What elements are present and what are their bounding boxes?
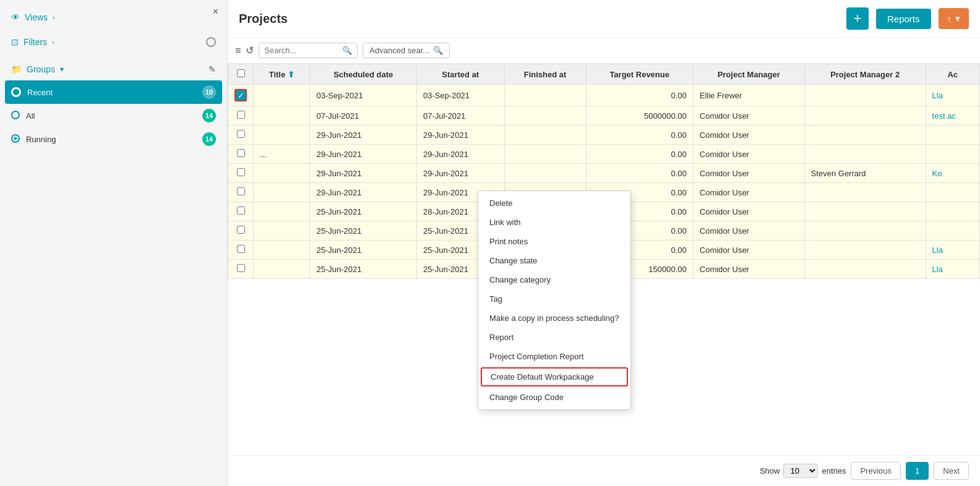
entries-select[interactable]: 10 25 50 100 bbox=[783, 464, 818, 478]
menu-item-delete[interactable]: Delete bbox=[478, 194, 630, 213]
row-cell-ac[interactable]: Lla bbox=[926, 260, 979, 279]
groups-edit-icon[interactable]: ✎ bbox=[208, 64, 216, 74]
menu-item-report[interactable]: Report bbox=[478, 328, 630, 347]
eye-icon: 👁 bbox=[11, 12, 20, 22]
filter-icon: ⊡ bbox=[11, 37, 19, 47]
row-checkbox[interactable] bbox=[237, 168, 245, 176]
group-badge-running: 14 bbox=[202, 132, 216, 146]
toolbar: ≡ ↺ 🔍 Advanced sear... 🔍 bbox=[228, 38, 980, 64]
advanced-search-text: Advanced sear... bbox=[369, 46, 429, 55]
row-checkbox-cell: ✓ bbox=[228, 85, 254, 106]
row-cell-pm2 bbox=[804, 260, 926, 279]
table-row: 29-Jun-202129-Jun-20210.00Comidor UserSt… bbox=[228, 164, 980, 183]
row-cell-scheduled: 03-Sep-2021 bbox=[310, 85, 416, 106]
table-row: 07-Jul-202107-Jul-20215000000.00Comidor … bbox=[228, 106, 980, 126]
select-all-cell[interactable] bbox=[228, 64, 254, 85]
groups-dropdown-icon[interactable]: ▾ bbox=[60, 65, 64, 74]
row-cell-pm: Comidor User bbox=[693, 260, 804, 279]
row-cell-pm: Ellie Frewer bbox=[693, 85, 804, 106]
previous-button[interactable]: Previous bbox=[851, 462, 901, 480]
menu-item-change-category[interactable]: Change category bbox=[478, 270, 630, 289]
col-pm2[interactable]: Project Manager 2 bbox=[804, 64, 926, 85]
row-cell-title bbox=[254, 221, 310, 241]
groups-label: Groups bbox=[27, 64, 55, 74]
advanced-search-box[interactable]: Advanced sear... 🔍 bbox=[363, 43, 450, 58]
entries-label: entries bbox=[822, 466, 846, 475]
search-box[interactable]: 🔍 bbox=[259, 43, 358, 58]
menu-item-make-copy[interactable]: Make a copy in process scheduling? bbox=[478, 309, 630, 328]
group-label-all: All bbox=[26, 111, 35, 121]
col-title[interactable]: Title ⬆ bbox=[254, 64, 310, 85]
row-checkbox-checked[interactable]: ✓ bbox=[234, 89, 247, 101]
menu-item-change-state[interactable]: Change state bbox=[478, 251, 630, 270]
menu-item-link-with[interactable]: Link with bbox=[478, 213, 630, 232]
row-checkbox[interactable] bbox=[237, 111, 245, 119]
group-item-running[interactable]: Running 14 bbox=[0, 127, 227, 151]
menu-icon[interactable]: ≡ bbox=[235, 45, 241, 56]
menu-item-project-completion-report[interactable]: Project Completion Report bbox=[478, 347, 630, 366]
row-cell-title bbox=[254, 126, 310, 145]
row-checkbox-cell bbox=[228, 126, 254, 145]
row-cell-finished bbox=[504, 106, 586, 126]
group-label-running: Running bbox=[26, 135, 56, 144]
main-panel: Projects + Reports ↑ ▾ ≡ ↺ 🔍 Advanced se… bbox=[228, 0, 980, 486]
row-checkbox[interactable] bbox=[237, 245, 245, 253]
row-cell-finished bbox=[504, 126, 586, 145]
col-started[interactable]: Started at bbox=[416, 64, 504, 85]
row-checkbox[interactable] bbox=[237, 207, 245, 215]
row-cell-ac[interactable]: Lla bbox=[926, 241, 979, 260]
close-button[interactable]: × bbox=[213, 6, 218, 17]
group-item-recent[interactable]: Recent 10 bbox=[5, 80, 222, 104]
folder-icon: 📁 bbox=[11, 64, 22, 74]
row-cell-pm2 bbox=[804, 85, 926, 106]
row-cell-ac bbox=[926, 126, 979, 145]
col-finished[interactable]: Finished at bbox=[504, 64, 586, 85]
row-checkbox-cell bbox=[228, 145, 254, 164]
row-cell-ac bbox=[926, 221, 979, 241]
select-all-checkbox[interactable] bbox=[237, 69, 245, 77]
row-cell-started: 29-Jun-2021 bbox=[416, 164, 504, 183]
search-input[interactable] bbox=[264, 46, 338, 55]
table-row: 29-Jun-202129-Jun-20210.00Comidor User bbox=[228, 126, 980, 145]
row-cell-ac[interactable]: Lla bbox=[926, 85, 979, 106]
menu-item-change-group-code[interactable]: Change Group Code bbox=[478, 388, 630, 407]
header: Projects + Reports ↑ ▾ bbox=[228, 0, 980, 38]
group-item-all[interactable]: All 14 bbox=[0, 104, 227, 127]
row-checkbox[interactable] bbox=[237, 187, 245, 195]
refresh-icon[interactable]: ↺ bbox=[246, 45, 254, 56]
table-header-row: Title ⬆ Scheduled date Started at Finish… bbox=[228, 64, 980, 85]
col-pm[interactable]: Project Manager bbox=[693, 64, 804, 85]
row-cell-scheduled: 25-Jun-2021 bbox=[310, 221, 416, 241]
current-page-button[interactable]: 1 bbox=[906, 462, 929, 480]
advanced-search-icon: 🔍 bbox=[433, 46, 443, 55]
row-cell-ac[interactable]: Ko bbox=[926, 164, 979, 183]
next-button[interactable]: Next bbox=[934, 462, 969, 480]
all-icon bbox=[11, 111, 20, 121]
row-cell-pm: Comidor User bbox=[693, 106, 804, 126]
sidebar-filters[interactable]: ⊡ Filters › bbox=[0, 31, 227, 53]
reports-button[interactable]: Reports bbox=[876, 9, 931, 29]
row-cell-finished bbox=[504, 164, 586, 183]
add-button[interactable]: + bbox=[846, 7, 869, 30]
row-checkbox[interactable] bbox=[237, 130, 245, 138]
col-scheduled[interactable]: Scheduled date bbox=[310, 64, 416, 85]
upload-button[interactable]: ↑ ▾ bbox=[939, 8, 969, 29]
row-cell-pm2 bbox=[804, 183, 926, 202]
sidebar-views[interactable]: 👁 Views › bbox=[0, 6, 227, 28]
row-checkbox[interactable] bbox=[237, 226, 245, 234]
row-cell-title bbox=[254, 106, 310, 126]
col-revenue[interactable]: Target Revenue bbox=[586, 64, 693, 85]
row-cell-finished bbox=[504, 145, 586, 164]
menu-item-print-notes[interactable]: Print notes bbox=[478, 232, 630, 251]
menu-item-tag[interactable]: Tag bbox=[478, 289, 630, 309]
row-cell-ac[interactable]: test ac bbox=[926, 106, 979, 126]
views-chevron-icon: › bbox=[53, 14, 55, 21]
row-checkbox[interactable] bbox=[237, 149, 245, 157]
row-cell-scheduled: 25-Jun-2021 bbox=[310, 202, 416, 221]
row-checkbox[interactable] bbox=[237, 264, 245, 272]
col-ac[interactable]: Ac bbox=[926, 64, 979, 85]
menu-item-create-default-workpackage[interactable]: Create Default Workpackage bbox=[481, 367, 628, 386]
row-cell-pm2 bbox=[804, 145, 926, 164]
row-cell-ac bbox=[926, 145, 979, 164]
table-wrapper: Title ⬆ Scheduled date Started at Finish… bbox=[228, 64, 980, 455]
